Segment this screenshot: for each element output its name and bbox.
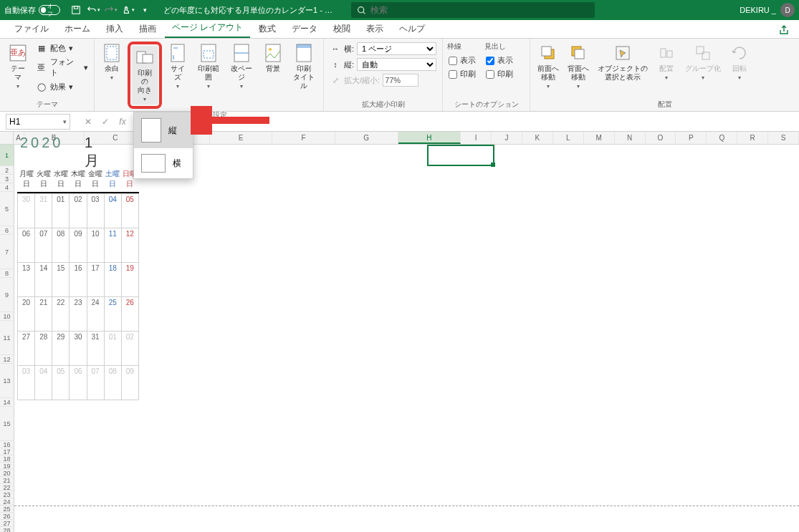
worksheet[interactable]: ABCDEFGHIJKLMNOPQRS 12345678910111213141… bbox=[0, 132, 799, 532]
calendar-cell[interactable]: 06 bbox=[18, 228, 35, 263]
row-header[interactable]: 16 bbox=[0, 441, 14, 448]
calendar-cell[interactable]: 03 bbox=[18, 366, 35, 400]
calendar-cell[interactable]: 31 bbox=[87, 332, 104, 366]
selection-pane-button[interactable]: オブジェクトの 選択と表示 bbox=[595, 42, 651, 83]
calendar-cell[interactable]: 04 bbox=[104, 194, 121, 228]
breaks-button[interactable]: 改ページ▾ bbox=[226, 42, 257, 92]
search-input[interactable] bbox=[370, 5, 589, 15]
account-area[interactable]: DEKIRU _ D bbox=[740, 3, 795, 17]
column-header[interactable]: I bbox=[461, 132, 492, 144]
row-header[interactable]: 5 bbox=[0, 192, 14, 226]
calendar-cell[interactable]: 15 bbox=[52, 263, 70, 297]
calendar-cell[interactable]: 05 bbox=[121, 194, 138, 228]
margins-button[interactable]: 余白▾ bbox=[99, 42, 125, 83]
calendar-cell[interactable]: 17 bbox=[87, 263, 104, 297]
share-icon[interactable] bbox=[776, 22, 792, 38]
calendar-cell[interactable]: 31 bbox=[35, 194, 52, 228]
tab-review[interactable]: 校閲 bbox=[326, 20, 358, 38]
gridlines-print-check[interactable]: 印刷 bbox=[447, 68, 477, 80]
tab-data[interactable]: データ bbox=[284, 20, 325, 38]
column-header[interactable]: R bbox=[737, 132, 768, 144]
tab-pagelayout[interactable]: ページ レイアウト bbox=[165, 19, 250, 38]
column-header[interactable]: M bbox=[584, 132, 615, 144]
effects-button[interactable]: ◯効果▾ bbox=[34, 80, 90, 93]
calendar-cell[interactable]: 18 bbox=[104, 263, 121, 297]
calendar-cell[interactable]: 04 bbox=[35, 366, 52, 400]
calendar-cell[interactable]: 30 bbox=[70, 332, 87, 366]
row-header[interactable]: 9 bbox=[0, 278, 14, 312]
scale-percent-input[interactable] bbox=[383, 74, 418, 87]
tab-draw[interactable]: 描画 bbox=[132, 20, 163, 38]
cancel-icon[interactable]: ✕ bbox=[80, 114, 96, 130]
headings-print-check[interactable]: 印刷 bbox=[484, 68, 515, 80]
row-header[interactable]: 22 bbox=[0, 484, 14, 491]
tab-formulas[interactable]: 数式 bbox=[252, 20, 283, 38]
search-box[interactable] bbox=[351, 2, 595, 18]
row-header[interactable]: 23 bbox=[0, 491, 14, 498]
calendar-cell[interactable]: 13 bbox=[18, 263, 35, 297]
calendar-cell[interactable]: 07 bbox=[87, 366, 104, 400]
tab-insert[interactable]: 挿入 bbox=[99, 20, 130, 38]
themes-button[interactable]: 亜あ テーマ▾ bbox=[4, 42, 32, 92]
calendar-cell[interactable]: 19 bbox=[121, 263, 138, 297]
calendar-cell[interactable]: 21 bbox=[35, 297, 52, 332]
column-header[interactable]: L bbox=[553, 132, 584, 144]
name-box[interactable]: H1▾ bbox=[6, 114, 70, 130]
row-header[interactable]: 12 bbox=[0, 355, 14, 364]
row-header[interactable]: 2 bbox=[0, 166, 14, 175]
calendar-cell[interactable]: 09 bbox=[121, 366, 138, 400]
tab-view[interactable]: 表示 bbox=[359, 20, 391, 38]
autosave-toggle[interactable]: 自動保存 オフ bbox=[4, 5, 60, 16]
column-header[interactable]: G bbox=[335, 132, 398, 144]
calendar-cell[interactable]: 01 bbox=[104, 332, 121, 366]
headings-view-check[interactable]: 表示 bbox=[484, 54, 515, 67]
calendar-cell[interactable]: 14 bbox=[35, 263, 52, 297]
printarea-button[interactable]: 印刷範囲▾ bbox=[193, 42, 224, 92]
calendar-cell[interactable]: 06 bbox=[70, 366, 87, 400]
tab-help[interactable]: ヘルプ bbox=[392, 20, 432, 38]
calendar-cell[interactable]: 26 bbox=[121, 297, 138, 332]
row-header[interactable]: 3 bbox=[0, 175, 14, 183]
calendar-cell[interactable]: 22 bbox=[52, 297, 70, 332]
send-backward-button[interactable]: 背面へ 移動▾ bbox=[565, 42, 592, 92]
size-button[interactable]: サイズ▾ bbox=[165, 42, 191, 92]
select-all-corner[interactable] bbox=[0, 132, 14, 144]
calendar-cell[interactable]: 02 bbox=[121, 332, 138, 366]
row-header[interactable]: 28 bbox=[0, 527, 14, 532]
row-header[interactable]: 14 bbox=[0, 398, 14, 407]
redo-icon[interactable]: ▾ bbox=[103, 3, 118, 17]
row-header[interactable]: 21 bbox=[0, 477, 14, 484]
column-header[interactable]: F bbox=[272, 132, 335, 144]
calendar-cell[interactable]: 24 bbox=[87, 297, 104, 332]
column-header[interactable]: N bbox=[615, 132, 646, 144]
row-header[interactable]: 24 bbox=[0, 498, 14, 506]
calendar-cell[interactable]: 29 bbox=[52, 332, 70, 366]
calendar-cell[interactable]: 03 bbox=[87, 194, 104, 228]
row-header[interactable]: 13 bbox=[0, 364, 14, 398]
row-headers[interactable]: 1234567891011121314151617181920212223242… bbox=[0, 145, 14, 532]
row-header[interactable]: 20 bbox=[0, 470, 14, 477]
calendar-cell[interactable]: 27 bbox=[18, 332, 35, 366]
row-header[interactable]: 18 bbox=[0, 455, 14, 463]
qat-customize-icon[interactable]: ▾ bbox=[138, 3, 152, 17]
row-header[interactable]: 17 bbox=[0, 448, 14, 455]
column-header[interactable]: P bbox=[676, 132, 707, 144]
calendar-cell[interactable]: 16 bbox=[70, 263, 87, 297]
undo-icon[interactable]: ▾ bbox=[86, 3, 100, 17]
enter-icon[interactable]: ✓ bbox=[97, 114, 113, 130]
printtitles-button[interactable]: 印刷 タイトル bbox=[289, 42, 319, 92]
group-button[interactable]: グループ化▾ bbox=[682, 42, 724, 83]
calendar-cell[interactable]: 12 bbox=[121, 228, 138, 263]
row-header[interactable]: 26 bbox=[0, 513, 14, 520]
calendar-cell[interactable]: 25 bbox=[104, 297, 121, 332]
tab-home[interactable]: ホーム bbox=[57, 20, 97, 38]
gridlines-view-check[interactable]: 表示 bbox=[447, 54, 477, 67]
colors-button[interactable]: ▦配色▾ bbox=[34, 42, 90, 54]
calendar-cell[interactable]: 08 bbox=[104, 366, 121, 400]
calendar-cell[interactable]: 30 bbox=[18, 194, 35, 228]
calendar-cell[interactable]: 08 bbox=[52, 228, 70, 263]
row-header[interactable]: 11 bbox=[0, 321, 14, 355]
row-header[interactable]: 15 bbox=[0, 407, 14, 441]
save-icon[interactable] bbox=[69, 3, 83, 17]
column-header[interactable]: O bbox=[646, 132, 676, 144]
